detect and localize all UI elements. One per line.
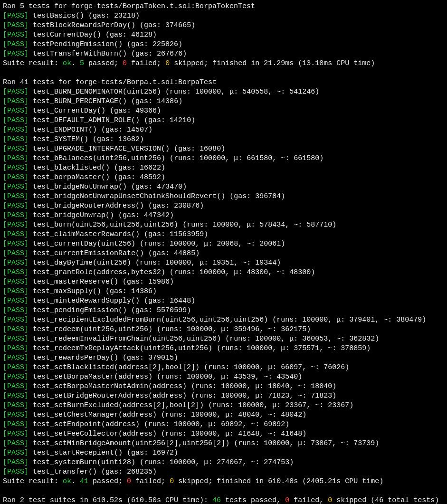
test-line: [PASS] test_systemBurn(uint128) (runs: 1… (3, 458, 444, 467)
test-name: test_currentEmissionRate() (33, 249, 144, 257)
test-fuzz-stats: (runs: 100000, μ: 578434, ~: 587710) (178, 221, 336, 229)
bracket-open: [ (3, 458, 7, 466)
status-pass: PASS (7, 287, 24, 295)
test-gas: (gas: 267676) (127, 50, 187, 58)
test-name: test_transfer() (33, 468, 97, 476)
test-gas: (gas: 268235) (97, 468, 157, 476)
bracket-close: ] (24, 126, 29, 134)
test-line: [PASS] test_bridgeNotUnwrapUnsetChainkSh… (3, 192, 444, 201)
bracket-open: [ (3, 325, 7, 333)
bracket-close: ] (24, 430, 29, 438)
status-pass: PASS (7, 392, 24, 400)
test-name: test_setBorpaMaster(address) (33, 373, 152, 381)
status-pass: PASS (7, 363, 24, 371)
status-pass: PASS (7, 116, 24, 124)
bracket-close: ] (24, 401, 29, 409)
status-pass: PASS (7, 31, 24, 39)
bracket-open: [ (3, 145, 7, 153)
final-failed: 0 (285, 496, 289, 504)
test-name: test_recipientExcludedFromBurn(uint256,u… (33, 316, 268, 324)
test-name: test_redeemTxReplayAttack(uint256,uint25… (33, 344, 212, 352)
status-pass: PASS (7, 240, 24, 248)
status-pass: PASS (7, 154, 24, 162)
bracket-open: [ (3, 116, 7, 124)
status-pass: PASS (7, 297, 24, 305)
test-line: [PASS] test_burn(uint256,uint256,uint256… (3, 220, 444, 230)
test-line: [PASS] test_BURN_PERCENTAGE() (gas: 1438… (3, 97, 444, 106)
test-line: [PASS] testBlockRewardsPerDay() (gas: 37… (3, 21, 444, 30)
suite-passed-count: 41 (80, 477, 88, 485)
test-line: [PASS] test_bridgeUnwrap() (gas: 447342) (3, 211, 444, 220)
test-line: [PASS] test_bBalances(uint256,uint256) (… (3, 154, 444, 163)
status-pass: PASS (7, 458, 24, 466)
bracket-open: [ (3, 439, 7, 447)
bracket-close: ] (24, 135, 29, 143)
bracket-open: [ (3, 392, 7, 400)
bracket-close: ] (24, 449, 29, 457)
test-name: test_setBurnExcluded(address[2],bool[2]) (33, 401, 204, 409)
test-line: [PASS] testBasics() (gas: 23218) (3, 11, 444, 21)
bracket-close: ] (24, 221, 29, 229)
test-line: [PASS] test_blacklisted() (gas: 16622) (3, 163, 444, 173)
bracket-open: [ (3, 287, 7, 295)
test-line: [PASS] test_redeem(uint256,uint256) (run… (3, 325, 444, 334)
test-name: test_setMinBridgeAmount(uint256[2],uint2… (33, 439, 229, 447)
test-line: [PASS] test_bridgeRouterAddress() (gas: … (3, 201, 444, 211)
test-name: testBlockRewardsPerDay() (33, 21, 135, 29)
test-name: test_borpaMaster() (33, 173, 110, 181)
bracket-close: ] (24, 287, 29, 295)
bracket-open: [ (3, 363, 7, 371)
bracket-close: ] (24, 202, 29, 210)
bracket-close: ] (24, 316, 29, 324)
bracket-close: ] (24, 354, 29, 362)
status-pass: PASS (7, 439, 24, 447)
test-line: [PASS] test_setMinBridgeAmount(uint256[2… (3, 439, 444, 448)
bracket-open: [ (3, 88, 7, 96)
test-line: [PASS] test_claimMasterRewards() (gas: 1… (3, 230, 444, 239)
test-fuzz-stats: (runs: 100000, μ: 540558, ~: 541246) (161, 88, 319, 96)
bracket-open: [ (3, 97, 7, 105)
test-gas: (gas: 5570599) (127, 306, 191, 314)
bracket-close: ] (24, 325, 29, 333)
test-name: test_grantRole(address,bytes32) (33, 268, 165, 276)
status-pass: PASS (7, 382, 24, 390)
status-pass: PASS (7, 135, 24, 143)
bracket-close: ] (24, 382, 29, 390)
bracket-close: ] (24, 344, 29, 352)
bracket-open: [ (3, 268, 7, 276)
bracket-open: [ (3, 240, 7, 248)
test-fuzz-stats: (runs: 100000, μ: 375571, ~: 378859) (212, 344, 371, 352)
test-name: test_setEndpoint(address) (33, 420, 140, 428)
test-name: test_bridgeUnwrap() (33, 211, 114, 219)
bracket-close: ] (24, 420, 29, 428)
final-skipped: 0 (328, 496, 332, 504)
bracket-close: ] (24, 392, 29, 400)
status-pass: PASS (7, 50, 24, 58)
bracket-close: ] (24, 468, 29, 476)
test-line: [PASS] test_dayByTime(uint256) (runs: 10… (3, 258, 444, 268)
test-fuzz-stats: (runs: 100000, μ: 18040, ~: 18040) (187, 382, 336, 390)
test-gas: (gas: 15986) (118, 278, 174, 286)
status-pass: PASS (7, 145, 24, 153)
test-line: [PASS] test_SYSTEM() (gas: 13682) (3, 135, 444, 144)
suite-timing: skipped; finished in 610.48s (2405.21s C… (174, 477, 383, 485)
bracket-open: [ (3, 420, 7, 428)
test-gas: (gas: 447342) (114, 211, 174, 219)
test-fuzz-stats: (runs: 100000, μ: 20068, ~: 20061) (135, 240, 285, 248)
terminal-line (3, 486, 444, 496)
test-line: [PASS] test_setBlacklisted(address[2],bo… (3, 363, 444, 372)
test-fuzz-stats: (runs: 100000, μ: 360053, ~: 362832) (221, 335, 379, 343)
bracket-open: [ (3, 259, 7, 267)
bracket-close: ] (24, 97, 29, 105)
status-pass: PASS (7, 192, 24, 200)
test-fuzz-stats: (runs: 100000, μ: 43539, ~: 43540) (152, 373, 302, 381)
test-fuzz-stats: (runs: 100000, μ: 274067, ~: 274753) (135, 458, 294, 466)
terminal-output[interactable]: Ran 5 tests for forge-tests/BorpaToken.t… (0, 0, 447, 504)
test-gas: (gas: 396784) (225, 192, 285, 200)
status-pass: PASS (7, 107, 24, 115)
test-fuzz-stats: (runs: 100000, μ: 69892, ~: 69892) (140, 420, 289, 428)
bracket-close: ] (24, 411, 29, 419)
test-line: [PASS] test_maxSupply() (gas: 14386) (3, 287, 444, 296)
test-name: test_bridgeRouterAddress() (33, 202, 144, 210)
test-line: [PASS] test_pendingEmission() (gas: 5570… (3, 306, 444, 315)
